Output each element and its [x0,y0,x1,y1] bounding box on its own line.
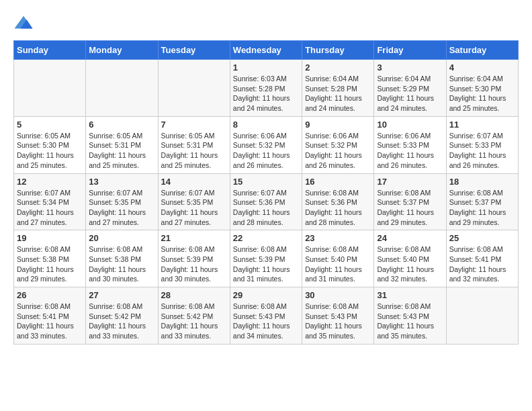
day-cell: 15Sunrise: 6:07 AM Sunset: 5:36 PM Dayli… [230,173,302,230]
day-cell: 25Sunrise: 6:08 AM Sunset: 5:41 PM Dayli… [446,230,518,287]
logo-icon [13,13,34,34]
day-info: Sunrise: 6:07 AM Sunset: 5:35 PM Dayligh… [89,188,154,228]
weekday-header-tuesday: Tuesday [158,41,230,60]
weekday-header-wednesday: Wednesday [230,41,302,60]
logo [13,13,36,34]
day-number: 2 [305,62,371,73]
day-cell: 10Sunrise: 6:06 AM Sunset: 5:33 PM Dayli… [374,116,446,173]
day-cell: 4Sunrise: 6:04 AM Sunset: 5:30 PM Daylig… [446,60,518,117]
day-number: 1 [233,62,299,73]
day-info: Sunrise: 6:08 AM Sunset: 5:38 PM Dayligh… [89,244,154,284]
day-cell: 5Sunrise: 6:05 AM Sunset: 5:30 PM Daylig… [14,116,86,173]
day-number: 9 [305,120,371,130]
day-info: Sunrise: 6:08 AM Sunset: 5:37 PM Dayligh… [377,188,443,228]
day-info: Sunrise: 6:08 AM Sunset: 5:39 PM Dayligh… [161,244,227,284]
day-info: Sunrise: 6:08 AM Sunset: 5:43 PM Dayligh… [305,302,371,341]
day-number: 31 [377,290,443,300]
day-info: Sunrise: 6:04 AM Sunset: 5:30 PM Dayligh… [449,74,515,113]
day-cell: 7Sunrise: 6:05 AM Sunset: 5:31 PM Daylig… [158,116,230,173]
day-number: 10 [377,120,443,130]
day-number: 18 [449,177,515,187]
day-cell: 12Sunrise: 6:07 AM Sunset: 5:34 PM Dayli… [14,173,86,230]
day-info: Sunrise: 6:08 AM Sunset: 5:43 PM Dayligh… [233,302,299,341]
weekday-header-row: SundayMondayTuesdayWednesdayThursdayFrid… [14,41,519,60]
day-cell: 24Sunrise: 6:08 AM Sunset: 5:40 PM Dayli… [374,230,446,287]
day-cell: 16Sunrise: 6:08 AM Sunset: 5:36 PM Dayli… [302,173,374,230]
weekday-header-monday: Monday [86,41,158,60]
day-number: 20 [89,233,154,243]
day-info: Sunrise: 6:05 AM Sunset: 5:31 PM Dayligh… [161,131,227,171]
day-number: 29 [233,290,299,300]
day-cell: 26Sunrise: 6:08 AM Sunset: 5:41 PM Dayli… [14,287,86,345]
day-cell: 11Sunrise: 6:07 AM Sunset: 5:33 PM Dayli… [446,116,518,173]
day-info: Sunrise: 6:07 AM Sunset: 5:34 PM Dayligh… [17,188,83,228]
day-number: 5 [17,120,83,130]
day-cell: 31Sunrise: 6:08 AM Sunset: 5:43 PM Dayli… [374,287,446,345]
day-info: Sunrise: 6:05 AM Sunset: 5:31 PM Dayligh… [89,131,154,171]
header [13,13,519,34]
day-cell [158,60,230,117]
day-cell: 6Sunrise: 6:05 AM Sunset: 5:31 PM Daylig… [86,116,158,173]
day-info: Sunrise: 6:08 AM Sunset: 5:37 PM Dayligh… [449,188,515,228]
day-cell: 21Sunrise: 6:08 AM Sunset: 5:39 PM Dayli… [158,230,230,287]
day-info: Sunrise: 6:08 AM Sunset: 5:41 PM Dayligh… [449,244,515,284]
day-number: 19 [17,233,83,243]
day-number: 22 [233,233,299,243]
day-info: Sunrise: 6:08 AM Sunset: 5:43 PM Dayligh… [377,302,443,341]
day-info: Sunrise: 6:07 AM Sunset: 5:33 PM Dayligh… [449,131,515,171]
day-info: Sunrise: 6:05 AM Sunset: 5:30 PM Dayligh… [17,131,83,171]
day-cell: 2Sunrise: 6:04 AM Sunset: 5:28 PM Daylig… [302,60,374,117]
weekday-header-thursday: Thursday [302,41,374,60]
day-number: 24 [377,233,443,243]
day-cell: 29Sunrise: 6:08 AM Sunset: 5:43 PM Dayli… [230,287,302,345]
day-number: 23 [305,233,371,243]
day-number: 21 [161,233,227,243]
day-number: 25 [449,233,515,243]
day-number: 14 [161,177,227,187]
day-cell: 1Sunrise: 6:03 AM Sunset: 5:28 PM Daylig… [230,60,302,117]
weekday-header-sunday: Sunday [14,41,86,60]
day-cell: 9Sunrise: 6:06 AM Sunset: 5:32 PM Daylig… [302,116,374,173]
day-info: Sunrise: 6:08 AM Sunset: 5:39 PM Dayligh… [233,244,299,284]
day-info: Sunrise: 6:06 AM Sunset: 5:33 PM Dayligh… [377,131,443,171]
day-cell: 19Sunrise: 6:08 AM Sunset: 5:38 PM Dayli… [14,230,86,287]
weekday-header-friday: Friday [374,41,446,60]
day-number: 26 [17,290,83,300]
day-info: Sunrise: 6:08 AM Sunset: 5:36 PM Dayligh… [305,188,371,228]
day-cell: 3Sunrise: 6:04 AM Sunset: 5:29 PM Daylig… [374,60,446,117]
day-info: Sunrise: 6:04 AM Sunset: 5:29 PM Dayligh… [377,74,443,113]
day-info: Sunrise: 6:06 AM Sunset: 5:32 PM Dayligh… [305,131,371,171]
day-info: Sunrise: 6:08 AM Sunset: 5:40 PM Dayligh… [377,244,443,284]
calendar-table: SundayMondayTuesdayWednesdayThursdayFrid… [13,40,519,345]
day-cell: 13Sunrise: 6:07 AM Sunset: 5:35 PM Dayli… [86,173,158,230]
day-cell [446,287,518,345]
day-number: 17 [377,177,443,187]
day-cell: 30Sunrise: 6:08 AM Sunset: 5:43 PM Dayli… [302,287,374,345]
day-cell: 23Sunrise: 6:08 AM Sunset: 5:40 PM Dayli… [302,230,374,287]
day-cell: 28Sunrise: 6:08 AM Sunset: 5:42 PM Dayli… [158,287,230,345]
day-number: 7 [161,120,227,130]
day-number: 28 [161,290,227,300]
day-cell: 18Sunrise: 6:08 AM Sunset: 5:37 PM Dayli… [446,173,518,230]
day-number: 6 [89,120,154,130]
day-cell: 17Sunrise: 6:08 AM Sunset: 5:37 PM Dayli… [374,173,446,230]
week-row-5: 26Sunrise: 6:08 AM Sunset: 5:41 PM Dayli… [14,287,519,345]
day-number: 11 [449,120,515,130]
day-cell: 22Sunrise: 6:08 AM Sunset: 5:39 PM Dayli… [230,230,302,287]
day-number: 8 [233,120,299,130]
day-number: 27 [89,290,154,300]
day-cell: 14Sunrise: 6:07 AM Sunset: 5:35 PM Dayli… [158,173,230,230]
day-cell [86,60,158,117]
day-number: 3 [377,62,443,73]
day-number: 30 [305,290,371,300]
day-info: Sunrise: 6:07 AM Sunset: 5:35 PM Dayligh… [161,188,227,228]
day-info: Sunrise: 6:08 AM Sunset: 5:41 PM Dayligh… [17,302,83,341]
day-cell: 20Sunrise: 6:08 AM Sunset: 5:38 PM Dayli… [86,230,158,287]
day-info: Sunrise: 6:04 AM Sunset: 5:28 PM Dayligh… [305,74,371,113]
week-row-3: 12Sunrise: 6:07 AM Sunset: 5:34 PM Dayli… [14,173,519,230]
day-info: Sunrise: 6:03 AM Sunset: 5:28 PM Dayligh… [233,74,299,113]
day-info: Sunrise: 6:06 AM Sunset: 5:32 PM Dayligh… [233,131,299,171]
weekday-header-saturday: Saturday [446,41,518,60]
day-number: 4 [449,62,515,73]
day-number: 15 [233,177,299,187]
